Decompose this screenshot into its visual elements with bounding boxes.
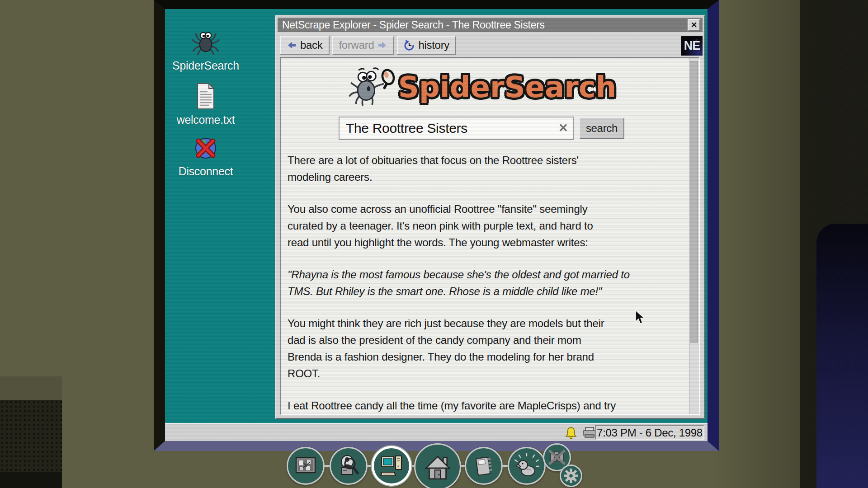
history-icon — [404, 40, 415, 51]
dock-item-rubber-duck[interactable] — [508, 447, 546, 485]
logo-spider-icon — [347, 64, 397, 107]
dock-item-research-desk[interactable] — [330, 447, 368, 485]
fansite-quote: "Rhayna is the most famous because she's… — [288, 266, 677, 300]
back-button[interactable]: back — [280, 36, 330, 55]
back-label: back — [300, 39, 323, 52]
scrollbar-thumb[interactable] — [690, 61, 698, 343]
search-input[interactable] — [339, 117, 574, 140]
camera-x-icon — [548, 448, 566, 466]
evidence-board-icon — [294, 454, 317, 478]
result-text: There are a lot of obituaries that focus… — [288, 152, 677, 415]
paragraph: There are a lot of obituaries that focus… — [288, 152, 677, 185]
close-button[interactable]: ✕ — [688, 19, 700, 31]
search-results-page: SpiderSearch ✕ search There are a lot of… — [281, 58, 689, 414]
dock-item-home[interactable] — [414, 443, 461, 488]
desktop-icon-label: Disconnect — [179, 165, 233, 178]
desktop-icon-disconnect[interactable]: Disconnect — [165, 135, 246, 178]
page-content: SpiderSearch ✕ search There are a lot of… — [280, 57, 700, 415]
taskbar: 7:03 PM - 6 Dec, 1998 — [165, 423, 708, 441]
forward-arrow-icon — [377, 41, 387, 50]
scrollbar[interactable] — [689, 58, 699, 414]
home-icon — [423, 452, 453, 482]
paragraph: You also come across an unofficial Roott… — [288, 201, 677, 251]
search-button[interactable]: search — [579, 117, 624, 139]
computer-icon — [379, 454, 404, 478]
logo-wordmark: SpiderSearch — [398, 70, 616, 104]
desktop-icon-label: SpiderSearch — [172, 59, 239, 72]
clear-search-icon[interactable]: ✕ — [558, 121, 568, 135]
history-button[interactable]: history — [397, 36, 456, 55]
dock-item-journal[interactable] — [465, 447, 503, 485]
back-arrow-icon — [287, 41, 297, 50]
netscrape-logo-badge: NE — [681, 36, 703, 56]
forward-label: forward — [339, 39, 374, 52]
history-label: history — [418, 39, 449, 52]
journal-icon — [472, 454, 495, 478]
dock-item-settings[interactable] — [560, 465, 582, 487]
spidersearch-logo: SpiderSearch — [288, 64, 675, 110]
browser-window: NetScrape Explorer - Spider Search - The… — [275, 15, 705, 419]
dock-item-evidence-board[interactable] — [287, 447, 325, 485]
research-desk-icon — [337, 454, 360, 478]
search-row: ✕ search — [288, 117, 675, 140]
paragraph: I eat Roottree candy all the time (my fa… — [288, 397, 677, 415]
desktop-icon-welcome-txt[interactable]: welcome.txt — [165, 82, 246, 127]
bell-icon[interactable] — [565, 427, 577, 439]
globe-x-icon — [192, 135, 219, 162]
search-field-wrap: ✕ — [339, 117, 574, 140]
desktop-icon-spidersearch[interactable]: SpiderSearch — [165, 29, 246, 72]
gear-icon — [564, 469, 578, 483]
text-file-icon — [193, 82, 218, 110]
paragraph: You might think they are rich just becau… — [288, 315, 677, 382]
dock-item-computer[interactable] — [372, 446, 411, 486]
spider-icon — [189, 29, 222, 56]
browser-toolbar: back forward history — [280, 35, 456, 55]
desktop-icon-label: welcome.txt — [177, 113, 235, 127]
system-clock: 7:03 PM - 6 Dec, 1998 — [595, 425, 704, 440]
window-titlebar[interactable]: NetScrape Explorer - Spider Search - The… — [278, 18, 703, 32]
rubber-duck-icon — [514, 453, 539, 479]
forward-button[interactable]: forward — [332, 36, 395, 55]
